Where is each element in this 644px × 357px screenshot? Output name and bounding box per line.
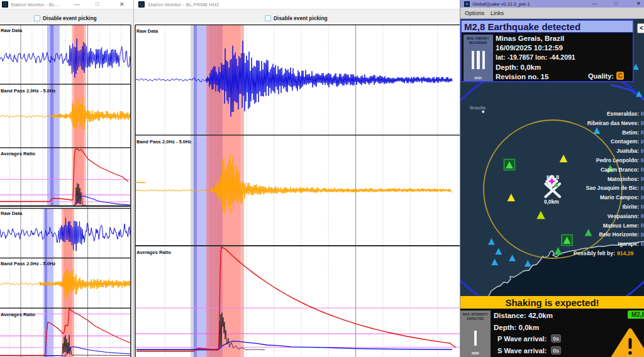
svg-text:Raw Data: Raw Data (136, 28, 158, 34)
svg-text:Mateus Leme:: Mateus Leme: (603, 222, 639, 229)
svg-text:Esmeraldas:: Esmeraldas: (607, 111, 639, 117)
svg-text:Mario Campos:: Mario Campos: (600, 194, 639, 200)
svg-text:Band Pass 2.0Hz - 5.0Hz: Band Pass 2.0Hz - 5.0Hz (1, 88, 56, 94)
svg-text:Band Pass 2.0Hz - 5.0Hz: Band Pass 2.0Hz - 5.0Hz (1, 261, 56, 266)
svg-text:Vespasiano:: Vespasiano: (608, 213, 639, 219)
svg-text:0,0km: 0,0km (544, 199, 559, 205)
svg-text:Raw Data: Raw Data (1, 28, 23, 33)
svg-text:Possibly felt by:: Possibly felt by: (574, 250, 615, 256)
svg-text:Band Pass 2.0Hz - 5.0Hz: Band Pass 2.0Hz - 5.0Hz (136, 139, 192, 145)
svg-text:Raw Data: Raw Data (1, 211, 23, 216)
svg-text:Matozinhos:: Matozinhos: (608, 176, 639, 182)
svg-text:Betim:: Betim: (622, 129, 639, 136)
svg-text:Averages Ratio: Averages Ratio (1, 312, 35, 317)
svg-text:Brasília: Brasília (470, 105, 486, 111)
svg-text:Capim Branco:: Capim Branco: (601, 167, 639, 173)
svg-text:Averages Ratio: Averages Ratio (136, 250, 171, 255)
svg-text:Ribeirao das Neves:: Ribeirao das Neves: (587, 120, 639, 126)
svg-text:Contagem:: Contagem: (611, 138, 639, 145)
svg-text:Belo Horizonte:: Belo Horizonte: (599, 231, 640, 238)
svg-text:Sao Joaquim de Bic:: Sao Joaquim de Bic: (586, 185, 639, 191)
svg-text:Juatuba:: Juatuba: (616, 148, 639, 154)
svg-text:Pedro Leopoldo:: Pedro Leopoldo: (596, 157, 639, 163)
svg-text:914,29: 914,29 (617, 250, 634, 256)
svg-text:Ibirite:: Ibirite: (623, 204, 639, 210)
svg-text:Averages Ratio: Averages Ratio (1, 151, 35, 157)
svg-text:Igarape:: Igarape: (618, 241, 640, 247)
